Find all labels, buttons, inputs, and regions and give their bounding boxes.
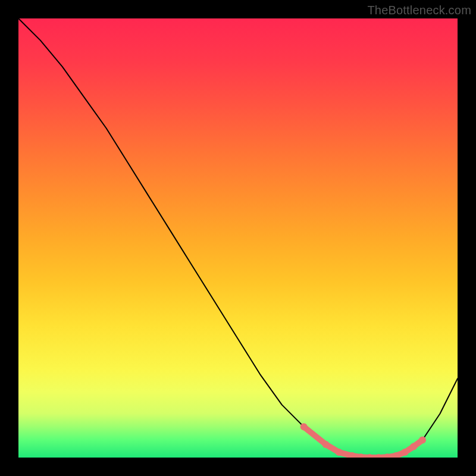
svg-point-9 [401, 449, 408, 456]
svg-point-5 [366, 454, 373, 458]
chart-svg [18, 18, 458, 458]
svg-point-0 [300, 423, 308, 430]
svg-point-3 [349, 452, 356, 458]
svg-point-6 [375, 454, 382, 458]
svg-point-7 [384, 453, 391, 458]
watermark-text: TheBottleneck.com [367, 4, 471, 17]
svg-point-4 [358, 453, 365, 458]
svg-point-8 [393, 452, 400, 458]
chart-plot-area [18, 18, 458, 458]
svg-point-11 [419, 437, 426, 444]
svg-point-2 [336, 449, 343, 456]
svg-point-10 [410, 443, 417, 450]
optimal-zone [300, 423, 426, 458]
svg-point-1 [322, 441, 330, 448]
bottleneck-curve [18, 18, 458, 458]
